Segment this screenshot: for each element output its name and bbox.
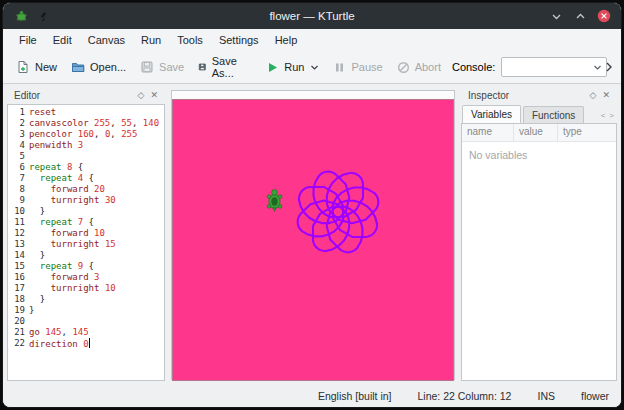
app-icon[interactable] — [14, 9, 28, 23]
status-filename: flower — [581, 390, 609, 402]
new-label: New — [35, 61, 57, 73]
code-line[interactable]: 17 turnright 10 — [8, 283, 164, 294]
code-line[interactable]: 12 forward 10 — [8, 228, 164, 239]
code-line[interactable]: 21go 145, 145 — [8, 327, 164, 338]
minimize-button[interactable] — [549, 9, 563, 23]
canvas-view — [171, 90, 455, 380]
pin-icon[interactable] — [36, 9, 50, 23]
menu-file[interactable]: File — [11, 31, 45, 49]
variables-table: name value type No variables — [461, 123, 617, 381]
statusbar: English [built in] Line: 22 Column: 12 I… — [3, 384, 621, 407]
code-line[interactable]: 14 } — [8, 250, 164, 261]
code-lines: 1reset2canvascolor 255, 55, 1403pencolor… — [8, 107, 164, 350]
column-name[interactable]: name — [462, 124, 514, 141]
code-line[interactable]: 18 } — [8, 294, 164, 305]
pin-glyph-icon — [38, 11, 49, 22]
code-line[interactable]: 6repeat 8 { — [8, 162, 164, 173]
new-button[interactable]: New — [9, 56, 64, 78]
inspector-dock-header[interactable]: Inspector ◇ ✕ — [461, 87, 617, 104]
code-line[interactable]: 11 repeat 7 { — [8, 217, 164, 228]
console-label: Console: — [452, 61, 495, 73]
no-variables-text: No variables — [462, 142, 616, 168]
pause-button[interactable]: Pause — [326, 57, 389, 78]
abort-icon — [397, 61, 410, 74]
close-button[interactable] — [597, 9, 611, 23]
inspector-dock: Inspector ◇ ✕ Variables Functions < > na… — [461, 87, 617, 381]
kturtle-window: flower — KTurtle File Edit Canvas Run To… — [2, 2, 622, 408]
abort-button[interactable]: Abort — [390, 57, 448, 78]
editor-close-icon[interactable]: ✕ — [150, 91, 158, 100]
menubar: File Edit Canvas Run Tools Settings Help — [3, 29, 621, 51]
code-line[interactable]: 7 repeat 4 { — [8, 173, 164, 184]
new-document-icon — [16, 60, 30, 74]
code-line[interactable]: 22direction 0 — [8, 338, 164, 350]
maximize-button[interactable] — [573, 9, 587, 23]
turtle-app-icon — [15, 10, 28, 23]
inspector-float-icon[interactable]: ◇ — [590, 91, 597, 100]
tab-scroll-right-icon[interactable]: > — [609, 111, 614, 120]
code-line[interactable]: 3pencolor 160, 0, 255 — [8, 129, 164, 140]
save-icon — [140, 60, 154, 74]
code-line[interactable]: 4penwidth 3 — [8, 140, 164, 151]
menu-edit[interactable]: Edit — [45, 31, 80, 49]
tab-variables[interactable]: Variables — [462, 105, 521, 123]
column-value[interactable]: value — [514, 124, 558, 141]
titlebar[interactable]: flower — KTurtle — [3, 3, 621, 29]
inspector-dock-title: Inspector — [468, 90, 584, 101]
run-button[interactable]: Run — [259, 57, 326, 78]
pause-icon — [333, 61, 346, 74]
code-line[interactable]: 1reset — [8, 107, 164, 118]
editor-dock-title: Editor — [14, 90, 132, 101]
code-line[interactable]: 16 forward 3 — [8, 272, 164, 283]
code-editor[interactable]: 1reset2canvascolor 255, 55, 1403pencolor… — [7, 104, 165, 381]
save-label: Save — [159, 61, 184, 73]
editor-dock-header[interactable]: Editor ◇ ✕ — [7, 87, 165, 104]
menu-tools[interactable]: Tools — [169, 31, 211, 49]
save-as-button[interactable]: Save As... — [191, 51, 249, 83]
main-area: Editor ◇ ✕ 1reset2canvascolor 255, 55, 1… — [3, 84, 621, 384]
pause-label: Pause — [351, 61, 382, 73]
status-insert-mode: INS — [537, 390, 555, 402]
inspector-tabs: Variables Functions < > — [461, 104, 617, 123]
canvas-svg — [173, 100, 453, 380]
chevron-right-icon — [604, 61, 614, 73]
menu-run[interactable]: Run — [133, 31, 169, 49]
column-type[interactable]: type — [558, 124, 616, 141]
save-as-label: Save As... — [212, 55, 242, 79]
toolbar-overflow-button[interactable] — [602, 59, 616, 75]
text-cursor — [89, 338, 90, 348]
status-language: English [built in] — [318, 390, 392, 402]
tab-scroll-arrows: < > — [601, 111, 617, 123]
menu-help[interactable]: Help — [267, 31, 306, 49]
editor-float-icon[interactable]: ◇ — [138, 91, 145, 100]
table-header-row: name value type — [462, 124, 616, 142]
inspector-close-icon[interactable]: ✕ — [602, 91, 610, 100]
save-button[interactable]: Save — [133, 56, 191, 78]
code-line[interactable]: 13 turnright 15 — [8, 239, 164, 250]
menu-settings[interactable]: Settings — [211, 31, 267, 49]
open-label: Open... — [90, 61, 126, 73]
tab-functions[interactable]: Functions — [523, 106, 584, 123]
open-folder-icon — [71, 60, 85, 74]
code-line[interactable]: 15 repeat 9 { — [8, 261, 164, 272]
code-line[interactable]: 10 } — [8, 206, 164, 217]
open-button[interactable]: Open... — [64, 56, 133, 78]
code-line[interactable]: 5 — [8, 151, 164, 162]
abort-label: Abort — [415, 61, 441, 73]
console-input[interactable] — [501, 57, 607, 77]
window-title: flower — KTurtle — [3, 10, 621, 22]
code-line[interactable]: 8 forward 20 — [8, 184, 164, 195]
run-label: Run — [284, 61, 304, 73]
status-cursor-position: Line: 22 Column: 12 — [417, 390, 511, 402]
save-as-icon — [198, 60, 207, 74]
code-line[interactable]: 20 — [8, 316, 164, 327]
tab-scroll-left-icon[interactable]: < — [601, 111, 606, 120]
code-line[interactable]: 9 turnright 30 — [8, 195, 164, 206]
editor-dock: Editor ◇ ✕ 1reset2canvascolor 255, 55, 1… — [7, 87, 165, 381]
code-line[interactable]: 19} — [8, 305, 164, 316]
menu-canvas[interactable]: Canvas — [80, 31, 133, 49]
run-play-icon — [266, 61, 279, 74]
code-line[interactable]: 2canvascolor 255, 55, 140 — [8, 118, 164, 129]
run-dropdown-icon[interactable] — [310, 63, 319, 72]
toolbar: New Open... Save Save As... — [3, 51, 621, 84]
